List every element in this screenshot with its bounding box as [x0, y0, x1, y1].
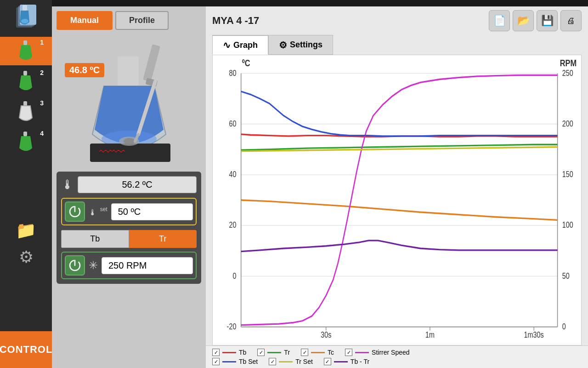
- graph-header: MYA 4 -17 📄 📂 💾 🖨: [206, 6, 588, 31]
- temp-badge: 46.8 ºC: [65, 63, 104, 77]
- control-panel: Manual Profile 46.8 ºC: [52, 6, 206, 368]
- svg-text:ºC: ºC: [242, 58, 250, 68]
- export-button[interactable]: 🖨: [560, 10, 582, 31]
- legend-tc-check[interactable]: ✓: [301, 349, 308, 356]
- tab-graph[interactable]: ∿ Graph: [212, 35, 268, 55]
- temp-display-row: 🌡 56.2 ºC: [61, 176, 197, 193]
- settings-tab-label: Settings: [290, 40, 322, 50]
- heating-icon: 〰〰: [99, 145, 125, 159]
- svg-rect-3: [23, 5, 27, 11]
- svg-text:40: 40: [229, 169, 236, 178]
- tr-button[interactable]: Tr: [129, 230, 197, 248]
- legend-tr-label: Tr: [284, 349, 290, 356]
- manual-button[interactable]: Manual: [57, 11, 113, 30]
- flask-illustration: 〰〰: [67, 42, 191, 162]
- legend-tb-check[interactable]: ✓: [212, 349, 220, 356]
- profile-button[interactable]: Profile: [115, 11, 169, 30]
- svg-text:1m30s: 1m30s: [524, 330, 544, 339]
- content-area: Manual Profile 46.8 ºC: [52, 6, 588, 368]
- save-icon: 💾: [541, 15, 554, 27]
- legend-area: ✓ Tb ✓ Tr ✓ Tc ✓: [206, 345, 588, 368]
- stirrer-icon: ✳: [89, 259, 98, 272]
- svg-rect-9: [142, 44, 160, 82]
- svg-text:-20: -20: [227, 322, 237, 331]
- main-content: Manual Profile 46.8 ºC: [52, 0, 588, 368]
- settings-icon: ⚙: [19, 247, 34, 267]
- open-button[interactable]: 📂: [513, 10, 534, 31]
- folder-icon: 📁: [16, 221, 36, 240]
- legend-tr-set-label: Tr Set: [295, 358, 313, 365]
- legend-tr-set: ✓ Tr Set: [269, 358, 313, 365]
- legend-tr-set-check[interactable]: ✓: [269, 358, 276, 365]
- graph-panel: MYA 4 -17 📄 📂 💾 🖨: [206, 6, 588, 368]
- tb-button[interactable]: Tb: [61, 230, 129, 248]
- legend-stirrer-label: Stirrer Speed: [372, 349, 409, 356]
- legend-stirrer: ✓ Stirrer Speed: [345, 349, 409, 356]
- export-icon: 🖨: [567, 16, 575, 26]
- badge-4: 4: [40, 130, 44, 137]
- legend-tb-set-line: [222, 361, 236, 362]
- legend-stirrer-check[interactable]: ✓: [345, 349, 352, 356]
- rpm-power-button[interactable]: [65, 255, 85, 276]
- sidebar-item-4[interactable]: 4: [0, 128, 52, 156]
- svg-text:1m: 1m: [425, 330, 435, 339]
- graph-area: 80 60 40 20 0 -20 ºC 250 200 150 100 50 …: [212, 55, 582, 345]
- graph-tab-icon: ∿: [223, 40, 231, 51]
- settings-tab-icon: ⚙: [279, 40, 287, 51]
- sidebar-item-3[interactable]: 3: [0, 98, 52, 126]
- legend-row-2: ✓ Tb Set ✓ Tr Set ✓ Tb - Tr: [212, 358, 582, 365]
- sidebar-item-2[interactable]: 2: [0, 67, 52, 96]
- svg-point-4: [21, 19, 28, 23]
- svg-rect-7: [23, 101, 27, 106]
- current-temp-value: 56.2 ºC: [78, 176, 197, 193]
- save-button[interactable]: 💾: [537, 10, 558, 31]
- legend-tb-set: ✓ Tb Set: [212, 358, 258, 365]
- open-icon: 📂: [517, 15, 530, 27]
- svg-text:0: 0: [232, 271, 236, 280]
- svg-rect-5: [23, 40, 27, 45]
- control-label: CONTROL: [0, 331, 52, 368]
- legend-tb-tr-check[interactable]: ✓: [324, 358, 331, 365]
- header-icons: 📄 📂 💾 🖨: [489, 10, 582, 31]
- tab-settings[interactable]: ⚙ Settings: [268, 35, 333, 55]
- new-doc-button[interactable]: 📄: [489, 10, 510, 31]
- graph-title: MYA 4 -17: [212, 15, 259, 27]
- tb-tr-selector: Tb Tr: [61, 230, 197, 248]
- setpoint-row: 🌡 set 50 ºC: [61, 198, 197, 225]
- svg-text:100: 100: [562, 220, 573, 230]
- flask-icon-4: [16, 131, 37, 154]
- legend-tr-check[interactable]: ✓: [257, 349, 265, 356]
- app-logo: [12, 4, 40, 31]
- legend-tr-set-line: [279, 361, 293, 362]
- svg-text:30s: 30s: [321, 330, 331, 339]
- thermometer-icon: 🌡: [61, 177, 74, 192]
- new-doc-icon: 📄: [493, 15, 506, 27]
- sidebar-item-settings[interactable]: ⚙: [0, 245, 52, 270]
- svg-rect-6: [23, 71, 27, 75]
- rpm-value[interactable]: 250 RPM: [102, 257, 193, 274]
- flask-icon-1: [16, 40, 37, 63]
- legend-tb-tr-label: Tb - Tr: [351, 358, 369, 365]
- svg-text:50: 50: [562, 271, 570, 280]
- flask-icon-2: [16, 70, 37, 93]
- graph-tab-label: Graph: [233, 40, 258, 50]
- rpm-row: ✳ 250 RPM: [61, 252, 197, 279]
- badge-1: 1: [40, 39, 44, 46]
- legend-tr: ✓ Tr: [257, 349, 290, 356]
- legend-row-1: ✓ Tb ✓ Tr ✓ Tc ✓: [212, 349, 582, 356]
- svg-text:250: 250: [562, 68, 573, 77]
- sidebar-item-folder[interactable]: 📁: [0, 218, 52, 243]
- svg-text:0: 0: [562, 322, 566, 331]
- flask-icon-3: [16, 100, 37, 123]
- legend-tb-tr: ✓ Tb - Tr: [324, 358, 369, 365]
- setpoint-value[interactable]: 50 ºC: [111, 203, 193, 220]
- temp-power-button[interactable]: [65, 201, 85, 222]
- svg-text:60: 60: [229, 119, 236, 128]
- sidebar-item-1[interactable]: 1: [0, 37, 52, 65]
- legend-tc-line: [311, 352, 325, 353]
- svg-rect-22: [213, 55, 581, 345]
- badge-2: 2: [40, 69, 44, 76]
- svg-text:150: 150: [562, 169, 573, 178]
- legend-tb-set-check[interactable]: ✓: [212, 358, 220, 365]
- svg-point-15: [124, 138, 135, 144]
